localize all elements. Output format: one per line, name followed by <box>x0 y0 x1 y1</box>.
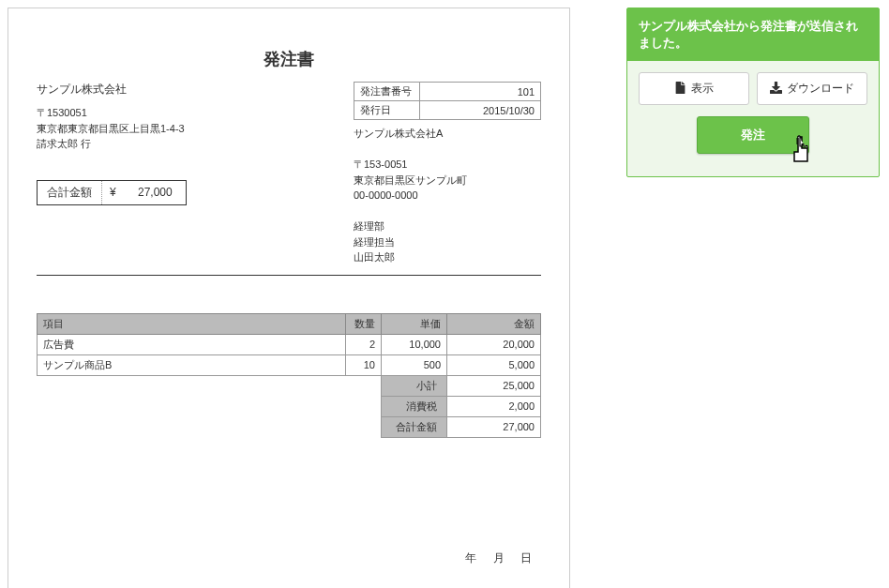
panel-body: 表示 ダウンロード 発注 <box>627 61 879 176</box>
file-icon <box>674 82 686 97</box>
issuer-postal: 〒153-0051 <box>354 157 541 173</box>
order-button[interactable]: 発注 <box>697 116 809 154</box>
issuer-phone: 00-0000-0000 <box>354 188 541 204</box>
recipient-address: 東京都東京都目黒区上目黒1-4-3 <box>37 121 335 137</box>
tax-label: 消費税 <box>382 396 447 416</box>
item-unit: 10,000 <box>382 334 447 354</box>
total-currency: ¥ <box>102 182 120 203</box>
item-name: 広告費 <box>38 334 346 354</box>
order-no-label: 発注書番号 <box>354 83 420 101</box>
col-item-header: 項目 <box>38 313 346 334</box>
table-row: サンプル商品B 10 500 5,000 <box>38 354 541 375</box>
view-button[interactable]: 表示 <box>639 72 749 105</box>
issuer-block: サンプル株式会社A 〒153-0051 東京都目黒区サンプル町 00-0000-… <box>354 126 541 265</box>
item-unit: 500 <box>382 354 447 375</box>
recipient-company: サンプル株式会社 <box>37 82 335 98</box>
subtotal-label: 小計 <box>382 375 447 396</box>
item-qty: 10 <box>346 354 382 375</box>
issue-date-label: 発行日 <box>354 101 420 120</box>
order-no-value: 101 <box>420 83 541 101</box>
download-label: ダウンロード <box>787 81 854 97</box>
col-unit-header: 単価 <box>382 313 447 334</box>
col-amt-header: 金額 <box>447 313 541 334</box>
purchase-order-document: 発注書 サンプル株式会社 〒1530051 東京都東京都目黒区上目黒1-4-3 … <box>8 8 570 588</box>
items-table: 項目 数量 単価 金額 広告費 2 10,000 20,000 サンプル商品B … <box>37 313 541 438</box>
total-box: 合計金額 ¥ 27,000 <box>37 180 187 205</box>
subtotal-value: 25,000 <box>447 375 541 396</box>
issue-date-value: 2015/10/30 <box>420 101 541 120</box>
recipient-postal: 〒1530051 <box>37 105 335 121</box>
issuer-role: 経理担当 <box>354 234 541 250</box>
download-icon <box>770 82 782 97</box>
col-qty-header: 数量 <box>346 313 382 334</box>
recipient-attention: 請求太郎 行 <box>37 136 335 152</box>
divider <box>37 275 541 276</box>
item-qty: 2 <box>346 334 382 354</box>
view-label: 表示 <box>691 81 714 97</box>
tax-value: 2,000 <box>447 396 541 416</box>
table-row: 広告費 2 10,000 20,000 <box>38 334 541 354</box>
download-button[interactable]: ダウンロード <box>757 72 867 105</box>
item-name: サンプル商品B <box>38 354 346 375</box>
grand-total-label: 合計金額 <box>382 416 447 437</box>
date-line: 年 月 日 <box>37 550 541 566</box>
issuer-person: 山田太郎 <box>354 249 541 265</box>
item-amount: 20,000 <box>447 334 541 354</box>
issuer-address: 東京都目黒区サンプル町 <box>354 173 541 188</box>
panel-message: サンプル株式会社から発注書が送信されました。 <box>627 8 879 61</box>
meta-table: 発注書番号 101 発行日 2015/10/30 <box>354 82 541 120</box>
total-label: 合計金額 <box>38 181 102 204</box>
recipient-block: サンプル株式会社 〒1530051 東京都東京都目黒区上目黒1-4-3 請求太郎… <box>37 82 335 265</box>
header-row: サンプル株式会社 〒1530051 東京都東京都目黒区上目黒1-4-3 請求太郎… <box>37 82 541 265</box>
grand-total-value: 27,000 <box>447 416 541 437</box>
button-row: 表示 ダウンロード <box>639 72 867 105</box>
notification-panel: サンプル株式会社から発注書が送信されました。 表示 ダウンロード 発注 <box>626 8 880 177</box>
issuer-company: サンプル株式会社A <box>354 126 541 142</box>
issuer-dept: 経理部 <box>354 219 541 234</box>
issuer-column: 発注書番号 101 発行日 2015/10/30 サンプル株式会社A 〒153-… <box>354 82 541 265</box>
document-title: 発注書 <box>37 48 541 70</box>
item-amount: 5,000 <box>447 354 541 375</box>
total-amount: 27,000 <box>120 182 186 203</box>
